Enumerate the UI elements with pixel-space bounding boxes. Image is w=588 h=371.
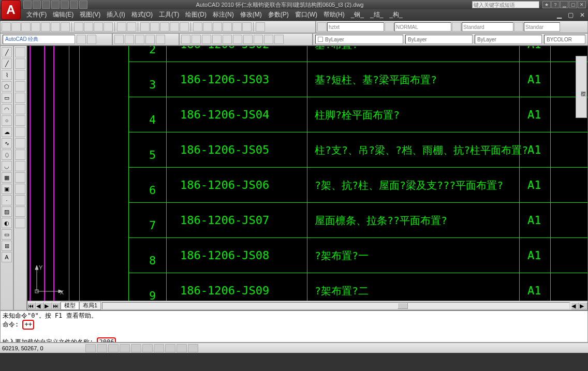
textstyle-icon[interactable]: [317, 22, 327, 32]
tab-layout1[interactable]: 布局1: [79, 302, 101, 310]
mlstyle-combo[interactable]: Standar: [524, 22, 560, 32]
menu-help[interactable]: 帮助(H): [320, 10, 348, 19]
menu-window[interactable]: 窗口(W): [292, 10, 320, 19]
zoom-rt-icon[interactable]: [150, 22, 159, 32]
insert-icon[interactable]: ▦: [2, 172, 12, 183]
grid-toggle[interactable]: [97, 344, 107, 352]
block-icon[interactable]: ▣: [2, 184, 12, 194]
pan-icon[interactable]: [140, 22, 150, 32]
workspace-gear-icon[interactable]: [77, 35, 86, 44]
markup-icon[interactable]: [232, 22, 242, 32]
doc-min-icon[interactable]: ▁: [554, 11, 565, 19]
menu-view[interactable]: 视图(V): [77, 10, 104, 19]
menu-edit[interactable]: 编辑(E): [50, 10, 77, 19]
layerwalk-icon[interactable]: [223, 35, 232, 44]
lwt-toggle[interactable]: [177, 344, 187, 352]
layerprev-icon[interactable]: [202, 35, 211, 44]
xline-icon[interactable]: ╱: [2, 58, 12, 69]
textstyle-combo[interactable]: hztxt: [327, 22, 384, 32]
dimstyle-icon[interactable]: [385, 22, 394, 32]
arc-icon[interactable]: ◠: [2, 104, 12, 114]
layerfrz-icon[interactable]: [135, 35, 144, 44]
polygon-icon[interactable]: ⬠: [2, 81, 12, 92]
qat-redo-icon[interactable]: [61, 1, 69, 9]
ltype-combo[interactable]: ByLayer: [405, 35, 473, 44]
tab-first-icon[interactable]: ⏮: [27, 302, 36, 309]
hscroll-left-icon[interactable]: ◀: [571, 302, 579, 309]
max-icon[interactable]: ▢: [569, 1, 577, 8]
pline-icon[interactable]: ⌇: [2, 70, 12, 80]
chamfer-icon[interactable]: [15, 195, 25, 205]
snap-toggle[interactable]: [85, 344, 96, 352]
app-logo[interactable]: A: [1, 0, 21, 20]
workspace-combo[interactable]: AutoCAD 经典: [3, 35, 75, 44]
extend-icon[interactable]: [15, 161, 25, 171]
fillet-icon[interactable]: [15, 206, 25, 217]
copy2-icon[interactable]: [15, 58, 25, 69]
publish-icon[interactable]: [61, 22, 70, 32]
workspace-lock-icon[interactable]: [87, 35, 96, 44]
save-icon[interactable]: [21, 22, 31, 32]
layeroff-icon[interactable]: [125, 35, 134, 44]
hatch-icon[interactable]: ▨: [2, 206, 12, 217]
sheetset-icon[interactable]: [223, 22, 232, 32]
new-icon[interactable]: [2, 22, 11, 32]
spline-icon[interactable]: ∿: [2, 138, 12, 149]
tab-prev-icon[interactable]: ◀: [36, 302, 44, 309]
layervp-icon[interactable]: [274, 35, 284, 44]
offset-icon[interactable]: [15, 81, 25, 92]
qat-undo-icon[interactable]: [51, 1, 60, 9]
zoom-ext-icon[interactable]: [180, 22, 189, 32]
matchprop-icon[interactable]: [104, 22, 113, 32]
redo-icon[interactable]: [127, 22, 136, 32]
layerdel-icon[interactable]: [243, 35, 253, 44]
qp-toggle[interactable]: [188, 344, 198, 352]
table-icon[interactable]: ⊞: [2, 241, 12, 251]
ducs-toggle[interactable]: [154, 344, 164, 352]
layerlk-icon[interactable]: [145, 35, 155, 44]
side-palette[interactable]: 模型: [576, 56, 587, 118]
menu-modify[interactable]: 修改(M): [237, 10, 265, 19]
menu-format[interactable]: 格式(O): [128, 10, 156, 19]
tablestyle-combo[interactable]: Standard: [462, 22, 513, 32]
qat-save-icon[interactable]: [42, 1, 50, 9]
plotstyle-combo[interactable]: BYCOLOR: [544, 35, 585, 44]
menu-parametric[interactable]: 参数(P): [265, 10, 292, 19]
array-icon[interactable]: [15, 93, 25, 103]
close-icon[interactable]: ✕: [578, 1, 586, 8]
hscroll-right-icon[interactable]: ▶: [579, 302, 587, 309]
toolpal-icon[interactable]: [213, 22, 222, 32]
mtext-icon[interactable]: A: [2, 252, 12, 262]
help-icon[interactable]: [256, 22, 265, 32]
zoom-prev-icon[interactable]: [170, 22, 179, 32]
qcalc-icon[interactable]: [242, 22, 252, 32]
dimstyle-combo[interactable]: NORMAL: [394, 22, 451, 32]
line-icon[interactable]: ╱: [2, 47, 12, 57]
rotate-icon[interactable]: [15, 115, 25, 126]
layermerge-icon[interactable]: [233, 35, 242, 44]
comm-center-icon[interactable]: ?: [551, 1, 560, 8]
tab-model[interactable]: 模型: [61, 302, 79, 310]
join-icon[interactable]: [15, 184, 25, 194]
layerstate-icon[interactable]: [192, 35, 201, 44]
mlstyle-icon[interactable]: [514, 22, 523, 32]
undo-icon[interactable]: [117, 22, 126, 32]
erase-icon[interactable]: [15, 47, 25, 57]
min-icon[interactable]: ▁: [560, 1, 568, 8]
polar-toggle[interactable]: [120, 344, 130, 352]
rect-icon[interactable]: ▭: [2, 93, 12, 103]
cut-icon[interactable]: [74, 22, 83, 32]
tablestyle-icon[interactable]: [452, 22, 461, 32]
point-icon[interactable]: ·: [2, 195, 12, 205]
layerprops-icon[interactable]: [181, 35, 190, 44]
layermcur-icon[interactable]: [254, 35, 263, 44]
menu-file[interactable]: 文件(F): [23, 10, 50, 19]
qat-new-icon[interactable]: [23, 1, 32, 9]
dyn-toggle[interactable]: [165, 344, 175, 352]
color-combo[interactable]: ByLayer: [315, 35, 403, 44]
scale-icon[interactable]: [15, 127, 25, 137]
tab-last-icon[interactable]: ⏭: [52, 302, 61, 309]
help-search-input[interactable]: [472, 1, 539, 8]
menu-tools[interactable]: 工具(T): [156, 10, 182, 19]
plot-icon[interactable]: [41, 22, 50, 32]
